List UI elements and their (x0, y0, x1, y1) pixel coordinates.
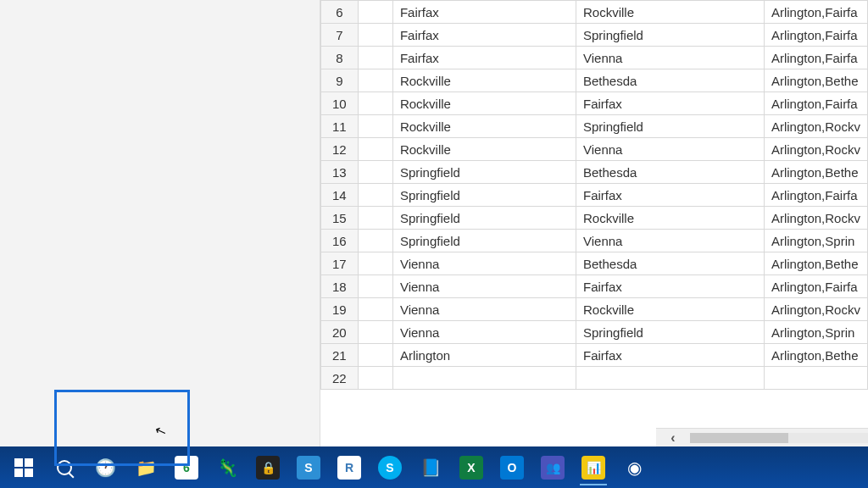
taskbar-notes-button[interactable]: 📘 (410, 450, 451, 485)
taskbar-keepass-button[interactable]: 🔒 (248, 450, 288, 485)
cell[interactable] (358, 138, 392, 161)
table-row[interactable]: 9RockvilleBethesdaArlington,Bethe (321, 69, 868, 92)
cell[interactable]: Fairfax (576, 92, 765, 115)
row-number-cell[interactable]: 9 (321, 69, 359, 92)
cell[interactable]: Vienna (576, 230, 765, 252)
cell[interactable] (358, 230, 392, 252)
cell[interactable]: Vienna (392, 252, 576, 275)
cell[interactable]: Vienna (576, 138, 765, 161)
cell[interactable]: Bethesda (576, 252, 765, 275)
cell[interactable] (358, 47, 392, 69)
table-row[interactable]: 11RockvilleSpringfieldArlington,Rockv (321, 115, 868, 138)
cell[interactable] (358, 92, 392, 115)
cell[interactable]: Rockville (576, 1, 765, 24)
row-number-cell[interactable]: 14 (321, 184, 359, 207)
taskbar-chrome-button[interactable]: ◉ (614, 450, 654, 485)
taskbar-chameleon-button[interactable]: 🦎 (207, 450, 248, 485)
cell[interactable]: Arlington,Sprin (764, 321, 867, 344)
row-number-cell[interactable]: 19 (321, 298, 359, 321)
scroll-track[interactable] (690, 433, 868, 443)
table-row[interactable]: 14SpringfieldFairfaxArlington,Fairfa (321, 184, 868, 207)
cell[interactable]: Arlington,Fairfa (764, 47, 867, 69)
row-number-cell[interactable]: 16 (321, 230, 359, 252)
cell[interactable]: Fairfax (576, 184, 765, 207)
cell[interactable] (358, 252, 392, 275)
taskbar-rstudio-button[interactable]: R (329, 450, 370, 485)
taskbar-skype-button[interactable]: S (370, 450, 410, 485)
cell[interactable]: Springfield (392, 230, 576, 252)
cell[interactable]: Arlington,Rockv (764, 207, 867, 230)
table-row[interactable]: 21ArlingtonFairfaxArlington,Bethe (321, 344, 868, 367)
row-number-cell[interactable]: 18 (321, 275, 359, 298)
cell[interactable]: Arlington,Fairfa (764, 1, 867, 24)
taskbar[interactable]: 🕐📁6🦎🔒SRS📘XO👥📊◉ (0, 446, 868, 488)
row-number-cell[interactable]: 10 (321, 92, 359, 115)
table-row[interactable]: 16SpringfieldViennaArlington,Sprin (321, 230, 868, 252)
cell[interactable] (358, 344, 392, 367)
cell[interactable] (358, 161, 392, 184)
row-number-cell[interactable]: 22 (321, 367, 359, 390)
cell[interactable]: Springfield (576, 115, 765, 138)
scroll-back-button[interactable]: ‹ (656, 429, 690, 446)
cell[interactable]: Rockville (392, 69, 576, 92)
cell[interactable] (358, 321, 392, 344)
row-number-cell[interactable]: 20 (321, 321, 359, 344)
cell[interactable]: Arlington,Fairfa (764, 24, 867, 47)
cell[interactable] (358, 1, 392, 24)
row-number-cell[interactable]: 8 (321, 47, 359, 69)
table-row[interactable]: 10RockvilleFairfaxArlington,Fairfa (321, 92, 868, 115)
cell[interactable]: Arlington,Bethe (764, 344, 867, 367)
taskbar-clock-button[interactable]: 🕐 (85, 450, 125, 485)
cell[interactable]: Rockville (392, 92, 576, 115)
cell[interactable]: Vienna (392, 321, 576, 344)
row-number-cell[interactable]: 11 (321, 115, 359, 138)
cell[interactable]: Arlington,Bethe (764, 252, 867, 275)
cell[interactable]: Rockville (576, 207, 765, 230)
cell[interactable] (358, 275, 392, 298)
table-row[interactable]: 13SpringfieldBethesdaArlington,Bethe (321, 161, 868, 184)
cell[interactable]: Fairfax (576, 344, 765, 367)
row-number-cell[interactable]: 15 (321, 207, 359, 230)
table-row[interactable]: 7FairfaxSpringfieldArlington,Fairfa (321, 24, 868, 47)
taskbar-powerbi-button[interactable]: 📊 (573, 450, 614, 485)
cell[interactable]: Arlington,Fairfa (764, 184, 867, 207)
table-row[interactable]: 18ViennaFairfaxArlington,Fairfa (321, 275, 868, 298)
cell[interactable] (358, 24, 392, 47)
cell[interactable]: Springfield (576, 321, 765, 344)
cell[interactable]: Fairfax (392, 1, 576, 24)
cell[interactable]: Springfield (392, 184, 576, 207)
table-row[interactable]: 19ViennaRockvilleArlington,Rockv (321, 298, 868, 321)
cell[interactable]: Rockville (576, 298, 765, 321)
table-row[interactable]: 17ViennaBethesdaArlington,Bethe (321, 252, 868, 275)
cell[interactable]: Springfield (392, 207, 576, 230)
cell[interactable]: Fairfax (392, 24, 576, 47)
taskbar-explorer-button[interactable]: 📁 (125, 450, 166, 485)
table-row[interactable]: 12RockvilleViennaArlington,Rockv (321, 138, 868, 161)
taskbar-snagit-button[interactable]: S (288, 450, 329, 485)
cell[interactable]: Springfield (392, 161, 576, 184)
cell[interactable]: Arlington,Rockv (764, 115, 867, 138)
row-number-cell[interactable]: 12 (321, 138, 359, 161)
horizontal-scrollbar[interactable]: ‹ (656, 428, 868, 446)
cell[interactable]: Arlington,Bethe (764, 69, 867, 92)
taskbar-start-button[interactable] (3, 450, 44, 485)
cell[interactable]: Arlington,Fairfa (764, 275, 867, 298)
cell[interactable] (358, 184, 392, 207)
table-row[interactable]: 15SpringfieldRockvilleArlington,Rockv (321, 207, 868, 230)
cell[interactable]: Vienna (576, 47, 765, 69)
cell[interactable]: Bethesda (576, 69, 765, 92)
row-number-cell[interactable]: 6 (321, 1, 359, 24)
cell[interactable] (358, 367, 392, 390)
cell[interactable]: Fairfax (392, 47, 576, 69)
cell[interactable]: Arlington (392, 344, 576, 367)
cell[interactable]: Arlington,Sprin (764, 230, 867, 252)
cell[interactable]: Vienna (392, 298, 576, 321)
table-row[interactable]: 22 (321, 367, 868, 390)
taskbar-excel-button[interactable]: X (451, 450, 492, 485)
cell[interactable]: Arlington,Bethe (764, 161, 867, 184)
cell[interactable]: Springfield (576, 24, 765, 47)
cell[interactable]: Fairfax (576, 275, 765, 298)
cell[interactable]: Rockville (392, 138, 576, 161)
cell[interactable] (392, 367, 576, 390)
table-row[interactable]: 6FairfaxRockvilleArlington,Fairfa (321, 1, 868, 24)
